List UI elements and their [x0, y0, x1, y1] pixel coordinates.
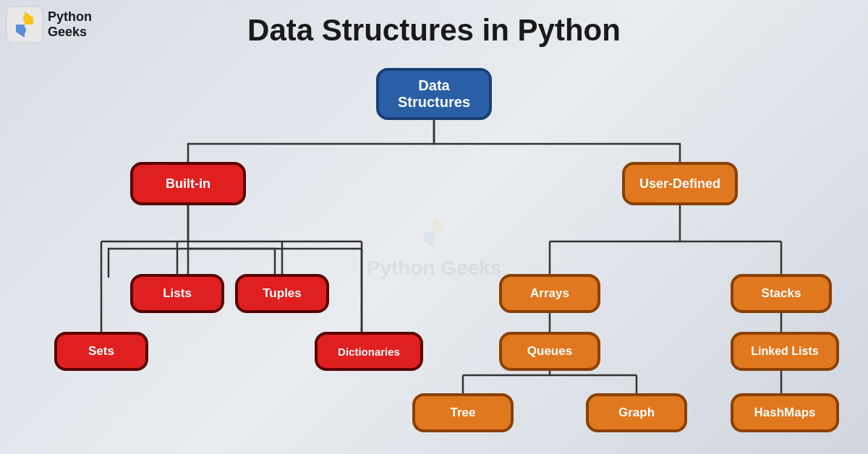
node-graph: Graph: [586, 393, 687, 432]
diagram: Python Geeks: [14, 53, 854, 437]
node-tuples: Tuples: [235, 274, 329, 313]
logo-text: Python Geeks: [48, 9, 92, 40]
page-title: Data Structures in Python: [0, 0, 868, 53]
node-linkedlists: Linked Lists: [731, 332, 839, 371]
node-tree: Tree: [412, 393, 514, 432]
node-arrays: Arrays: [499, 274, 600, 313]
node-data-structures: Data Structures: [376, 68, 492, 120]
node-queues: Queues: [499, 332, 600, 371]
node-hashmaps: HashMaps: [731, 393, 839, 432]
watermark: Python Geeks: [367, 210, 502, 280]
svg-point-2: [17, 26, 26, 35]
node-stacks: Stacks: [731, 274, 832, 313]
svg-point-1: [23, 14, 32, 23]
node-userdefined: User-Defined: [622, 162, 738, 205]
python-geeks-logo-icon: [6, 6, 43, 43]
node-sets: Sets: [54, 332, 148, 371]
node-lists: Lists: [130, 274, 224, 313]
node-dictionaries: Dictionaries: [315, 332, 423, 371]
svg-point-4: [425, 234, 435, 244]
svg-point-3: [433, 220, 443, 231]
logo: Python Geeks: [6, 6, 92, 43]
node-builtin: Built-in: [130, 162, 246, 205]
